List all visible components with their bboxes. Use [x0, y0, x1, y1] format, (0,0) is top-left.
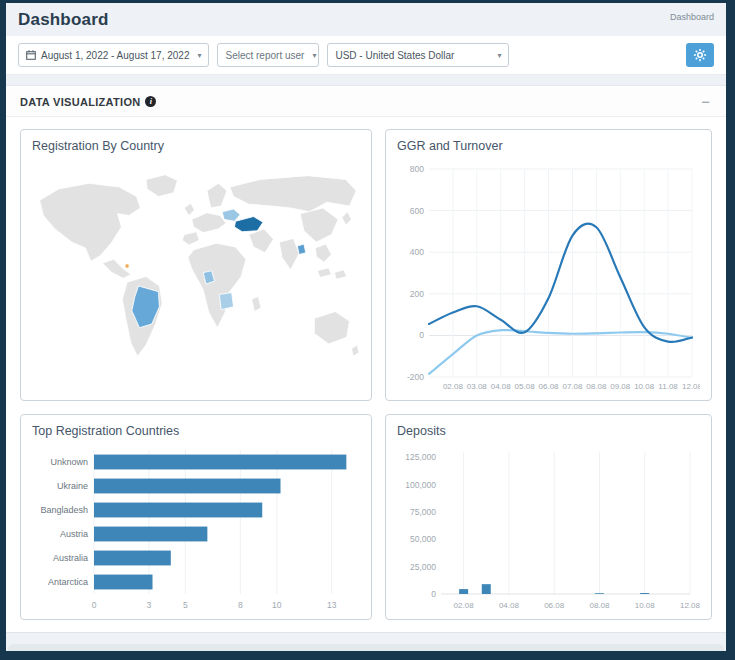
svg-text:0: 0	[419, 330, 424, 340]
country-shape[interactable]	[334, 270, 346, 280]
chevron-down-icon: ▾	[197, 51, 201, 60]
info-icon[interactable]: i	[145, 96, 156, 107]
svg-text:02.08: 02.08	[454, 601, 475, 610]
country-shape[interactable]	[342, 212, 352, 225]
country-shape[interactable]	[252, 296, 262, 311]
svg-text:Austria: Austria	[60, 529, 88, 539]
country-shape[interactable]	[300, 208, 338, 242]
date-range-picker[interactable]: August 1, 2022 - August 17, 2022 ▾	[18, 43, 209, 67]
svg-text:Unknown: Unknown	[50, 457, 88, 467]
next-section-header[interactable]	[8, 644, 724, 651]
country-shape[interactable]	[315, 244, 331, 262]
page-title: Dashboard	[18, 10, 109, 30]
svg-text:Antarctica: Antarctica	[48, 577, 88, 587]
svg-text:75,000: 75,000	[410, 507, 436, 517]
country-shape[interactable]	[146, 175, 177, 197]
svg-text:10.08: 10.08	[635, 601, 656, 610]
currency-select[interactable]: USD - United States Dollar ▾	[327, 43, 509, 67]
svg-text:10.08: 10.08	[634, 382, 655, 391]
svg-text:Bangladesh: Bangladesh	[40, 505, 88, 515]
settings-button[interactable]	[686, 43, 714, 67]
svg-text:8: 8	[238, 600, 243, 610]
svg-text:07.08: 07.08	[562, 382, 583, 391]
svg-text:12.08: 12.08	[682, 382, 700, 391]
report-user-select[interactable]: Select report user ▾	[217, 43, 319, 67]
panel-top-registration-countries: Top Registration Countries 03581013Unkno…	[20, 414, 372, 620]
country-shape[interactable]	[207, 183, 227, 208]
country-shape[interactable]	[40, 183, 141, 261]
panel-title: Deposits	[397, 424, 700, 438]
gear-icon	[693, 48, 707, 62]
country-shape[interactable]	[102, 259, 131, 278]
panel-title: GGR and Turnover	[397, 139, 700, 153]
svg-text:0: 0	[431, 589, 436, 599]
breadcrumb[interactable]: Dashboard	[670, 12, 714, 22]
top-registration-countries-chart[interactable]: 03581013UnknownUkraineBangladeshAustriaA…	[32, 442, 360, 612]
svg-text:200: 200	[410, 289, 424, 299]
country-shape[interactable]	[222, 209, 240, 221]
svg-text:50,000: 50,000	[410, 534, 436, 544]
svg-text:04.08: 04.08	[491, 382, 512, 391]
currency-value: USD - United States Dollar	[335, 50, 454, 61]
country-shape[interactable]	[125, 264, 129, 268]
country-shape[interactable]	[314, 312, 349, 344]
world-map[interactable]	[32, 157, 360, 393]
svg-text:06.08: 06.08	[544, 601, 565, 610]
svg-text:05.08: 05.08	[515, 382, 536, 391]
svg-text:800: 800	[410, 164, 424, 174]
svg-text:08.08: 08.08	[586, 382, 607, 391]
panel-title: Registration By Country	[32, 139, 360, 153]
country-shape[interactable]	[297, 244, 306, 254]
collapse-button[interactable]: −	[699, 94, 712, 109]
chevron-down-icon: ▾	[497, 51, 501, 60]
country-shape[interactable]	[351, 345, 359, 356]
svg-text:04.08: 04.08	[499, 601, 520, 610]
svg-text:Ukraine: Ukraine	[57, 481, 88, 491]
report-user-placeholder: Select report user	[225, 50, 304, 61]
svg-text:5: 5	[183, 600, 188, 610]
svg-text:25,000: 25,000	[410, 562, 436, 572]
country-shape[interactable]	[230, 176, 356, 212]
toolbar: August 1, 2022 - August 17, 2022 ▾ Selec…	[6, 36, 726, 75]
svg-text:600: 600	[410, 206, 424, 216]
svg-text:400: 400	[410, 247, 424, 257]
country-shape[interactable]	[182, 232, 199, 245]
svg-text:125,000: 125,000	[405, 452, 436, 462]
section-title: DATA VISUALIZATION	[20, 96, 140, 108]
chevron-down-icon: ▾	[312, 51, 316, 60]
panel-registration-by-country: Registration By Country	[20, 129, 372, 401]
svg-text:10: 10	[272, 600, 282, 610]
country-shape[interactable]	[317, 268, 331, 278]
svg-text:08.08: 08.08	[589, 601, 610, 610]
svg-text:100,000: 100,000	[405, 480, 436, 490]
panel-title: Top Registration Countries	[32, 424, 360, 438]
charts-grid: Registration By Country	[6, 117, 726, 632]
svg-text:Australia: Australia	[53, 553, 88, 563]
country-shape[interactable]	[184, 203, 194, 215]
country-shape[interactable]	[235, 217, 264, 232]
svg-text:13: 13	[327, 600, 337, 610]
panel-deposits: Deposits 025,00050,00075,000100,000125,0…	[385, 414, 712, 620]
country-shape[interactable]	[192, 213, 226, 233]
page-header: Dashboard Dashboard	[6, 3, 726, 36]
svg-text:11.08: 11.08	[658, 382, 678, 391]
country-shape[interactable]	[219, 293, 233, 310]
svg-text:06.08: 06.08	[539, 382, 560, 391]
ggr-turnover-chart[interactable]: -200020040060080002.0803.0804.0805.0806.…	[397, 157, 700, 393]
country-shape[interactable]	[279, 238, 299, 269]
svg-text:0: 0	[92, 600, 97, 610]
data-visualization-portlet: DATA VISUALIZATION i − Registration By C…	[6, 85, 726, 633]
svg-text:02.08: 02.08	[443, 382, 464, 391]
deposits-chart[interactable]: 025,00050,00075,000100,000125,00002.0804…	[397, 442, 700, 612]
country-shape[interactable]	[249, 229, 274, 253]
calendar-icon	[26, 50, 36, 60]
svg-text:12.08: 12.08	[680, 601, 700, 610]
svg-text:-200: -200	[407, 372, 424, 382]
country-shape[interactable]	[188, 243, 246, 328]
date-range-value: August 1, 2022 - August 17, 2022	[41, 50, 189, 61]
panel-ggr-and-turnover: GGR and Turnover -200020040060080002.080…	[385, 129, 712, 401]
svg-text:09.08: 09.08	[610, 382, 631, 391]
dashboard-page: Dashboard Dashboard August 1, 2022 - Aug…	[6, 3, 726, 651]
section-header: DATA VISUALIZATION i −	[6, 86, 726, 117]
svg-text:03.08: 03.08	[467, 382, 488, 391]
